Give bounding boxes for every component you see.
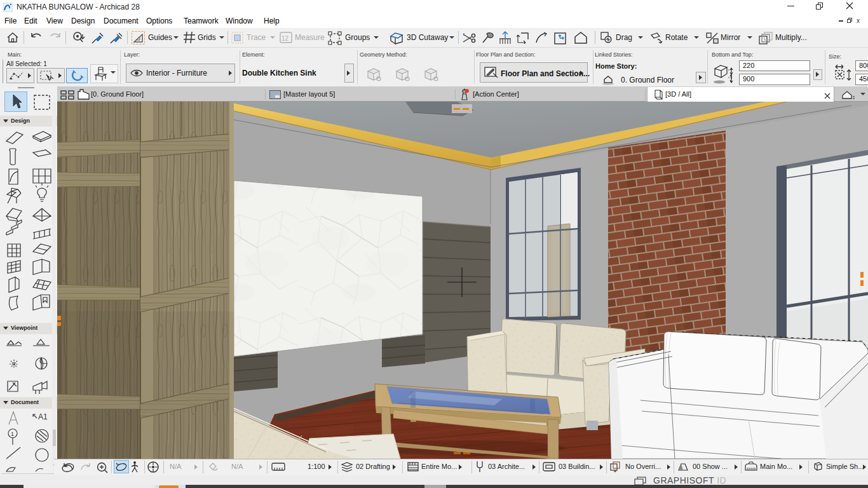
svg-text:12: 12 (281, 35, 289, 42)
svg-text:A1: A1 (38, 412, 48, 421)
svg-text:1: 1 (11, 431, 14, 437)
